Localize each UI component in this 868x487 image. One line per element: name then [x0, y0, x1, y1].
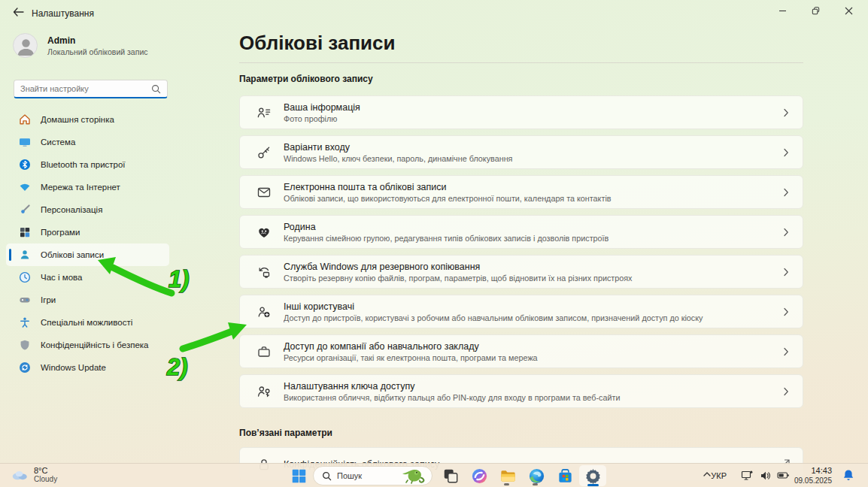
- sidebar-item-label: Програми: [41, 228, 80, 237]
- backup-icon: [256, 265, 272, 280]
- row-windows-backup[interactable]: Служба Windows для резервного копіювання…: [239, 255, 803, 289]
- microsoft-store-icon: [557, 467, 574, 485]
- windows-logo-icon: [291, 468, 307, 484]
- restore-button[interactable]: [799, 0, 832, 21]
- sidebar-item-games[interactable]: Ігри: [6, 289, 169, 311]
- row-your-info[interactable]: Ваша інформація Фото профілю: [239, 95, 803, 129]
- row-title: Варіанти входу: [284, 142, 782, 153]
- row-other-users[interactable]: Інші користувачі Доступ до пристроїв, ко…: [239, 295, 803, 328]
- sidebar-item-accounts[interactable]: Облікові записи: [6, 244, 169, 266]
- row-passkey-settings[interactable]: Налаштування ключа доступу Використання …: [239, 374, 803, 408]
- back-button[interactable]: [9, 5, 27, 20]
- task-view-icon: [442, 467, 459, 484]
- taskbar-search[interactable]: Пошук: [313, 466, 432, 485]
- shield-icon: [19, 339, 31, 351]
- avatar: [13, 33, 38, 58]
- taskbar: 8°C Cloudy Пошук: [0, 463, 868, 487]
- sidebar-item-time-language[interactable]: Час і мова: [6, 266, 169, 289]
- settings-window: Налаштування Admin Локальний обліковий з…: [0, 0, 868, 487]
- sidebar-item-apps[interactable]: Програми: [6, 221, 169, 244]
- account-profile[interactable]: Admin Локальний обліковий запис: [13, 33, 148, 58]
- sidebar-item-label: Windows Update: [41, 363, 106, 372]
- system-tray: УКР 14:43 09.05.2025: [695, 464, 868, 487]
- sidebar-item-windows-update[interactable]: Windows Update: [6, 356, 169, 379]
- settings-search-input[interactable]: [20, 84, 151, 93]
- wifi-icon: [19, 181, 31, 193]
- edge-icon: [528, 467, 545, 485]
- minimize-button[interactable]: [766, 0, 799, 21]
- close-button[interactable]: [832, 0, 865, 21]
- row-title: Налаштування ключа доступу: [284, 381, 782, 392]
- page-title: Облікові записи: [239, 32, 396, 55]
- bluetooth-icon: [19, 159, 31, 171]
- row-family[interactable]: Родина Керування сімейною групою, редагу…: [239, 215, 803, 249]
- close-icon: [845, 7, 853, 15]
- sidebar-item-personalization[interactable]: Персоналізація: [6, 198, 169, 221]
- person-avatar-icon: [14, 34, 38, 58]
- cloud-icon: [11, 469, 29, 480]
- clock-date: 09.05.2025: [794, 476, 832, 486]
- copilot-button[interactable]: [469, 466, 489, 485]
- speaker-icon: [760, 470, 772, 482]
- bell-icon: [842, 469, 854, 482]
- sidebar-item-privacy[interactable]: Конфіденційність і безпека: [6, 334, 169, 356]
- sidebar-item-label: Персоналізація: [41, 205, 102, 214]
- briefcase-icon: [256, 344, 272, 359]
- chevron-right-icon: [782, 188, 791, 197]
- row-work-school-access[interactable]: Доступ до компанії або навчального закла…: [239, 334, 803, 368]
- settings-gear-icon: [584, 467, 602, 485]
- sidebar-item-label: Система: [41, 138, 75, 147]
- row-sign-in-options[interactable]: Варіанти входу Windows Hello, ключ безпе…: [239, 135, 803, 169]
- weather-temp: 8°C: [34, 466, 57, 475]
- clock-icon: [19, 271, 31, 283]
- row-title: Служба Windows для резервного копіювання: [284, 262, 782, 272]
- sidebar-item-label: Мережа та Інтернет: [41, 183, 120, 192]
- taskbar-weather-widget[interactable]: 8°C Cloudy: [11, 466, 57, 483]
- accessibility-icon: [19, 316, 31, 328]
- search-icon: [322, 471, 332, 481]
- sidebar-item-home[interactable]: Домашня сторінка: [6, 108, 169, 131]
- row-subtitle: Windows Hello, ключ безпеки, пароль, дин…: [284, 154, 782, 163]
- sidebar-item-label: Ігри: [41, 295, 56, 304]
- taskbar-search-label: Пошук: [337, 471, 392, 480]
- settings-app-button[interactable]: [579, 465, 606, 486]
- battery-tray-icon[interactable]: [777, 470, 790, 484]
- row-subtitle: Створіть резервну копію файлів, програм,…: [284, 274, 782, 283]
- hidden-icons-button[interactable]: [703, 468, 712, 482]
- other-users-icon: [256, 304, 272, 319]
- sidebar-item-network[interactable]: Мережа та Інтернет: [6, 176, 169, 198]
- chevron-right-icon: [782, 387, 791, 396]
- apps-icon: [19, 226, 31, 238]
- notification-bell-button[interactable]: [842, 469, 854, 485]
- sign-in-key-icon: [256, 145, 272, 160]
- task-view-button[interactable]: [441, 466, 460, 485]
- settings-search-box[interactable]: [14, 80, 168, 98]
- profile-name: Admin: [47, 35, 148, 46]
- microsoft-store-button[interactable]: [555, 466, 575, 485]
- start-button[interactable]: [289, 466, 308, 485]
- sidebar-item-label: Спеціальні можливості: [41, 318, 132, 327]
- chevron-up-icon: [703, 470, 712, 479]
- row-subtitle: Використання обличчя, відбитку пальця аб…: [284, 393, 782, 402]
- chevron-right-icon: [782, 307, 791, 316]
- divider: [239, 62, 803, 63]
- back-arrow-icon: [13, 8, 24, 17]
- your-info-icon: [256, 105, 272, 120]
- profile-subtitle: Локальний обліковий запис: [47, 47, 148, 56]
- sidebar-item-accessibility[interactable]: Спеціальні можливості: [6, 311, 169, 334]
- network-tray-icon[interactable]: [741, 470, 754, 485]
- sidebar-item-label: Облікові записи: [41, 250, 104, 259]
- display-network-icon: [741, 470, 754, 482]
- sidebar-item-system[interactable]: Система: [6, 131, 169, 153]
- volume-tray-icon[interactable]: [760, 470, 772, 485]
- row-email-accounts[interactable]: Електронна пошта та облікові записи Облі…: [239, 175, 803, 209]
- file-explorer-icon: [499, 467, 517, 485]
- row-subtitle: Фото профілю: [284, 114, 782, 123]
- row-subtitle: Керування сімейною групою, редагування т…: [284, 234, 782, 243]
- sidebar-item-bluetooth[interactable]: Bluetooth та пристрої: [6, 153, 169, 176]
- sidebar-item-label: Bluetooth та пристрої: [41, 160, 126, 169]
- settings-active-indicator: [587, 484, 599, 486]
- language-indicator[interactable]: УКР: [711, 471, 727, 480]
- system-icon: [19, 136, 31, 148]
- clock[interactable]: 14:43 09.05.2025: [794, 466, 832, 485]
